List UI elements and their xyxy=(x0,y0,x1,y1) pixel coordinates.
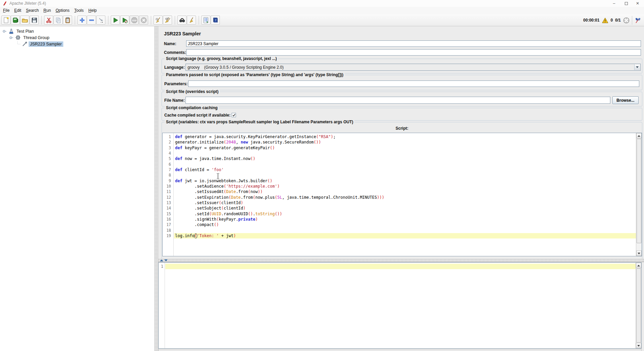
menu-search[interactable]: Search xyxy=(24,7,41,13)
file-name-input[interactable] xyxy=(185,97,610,104)
tree-item-thread-group[interactable]: Thread Group xyxy=(9,34,51,41)
function-helper-button[interactable] xyxy=(201,15,210,25)
scrollbar-thumb[interactable] xyxy=(637,139,641,243)
code-line-17[interactable]: .compact() xyxy=(174,222,636,227)
line-number: 11 xyxy=(163,189,173,194)
code-line-6[interactable] xyxy=(174,162,636,167)
code-line-12[interactable]: .setExpiration(Date.from(now.plus(5L, ja… xyxy=(174,195,636,200)
tree-item-label[interactable]: Test Plan xyxy=(15,29,35,34)
clear-all-button[interactable] xyxy=(163,15,172,25)
remove-button[interactable] xyxy=(87,15,96,25)
plus-icon xyxy=(79,17,86,24)
menu-run[interactable]: Run xyxy=(41,7,53,13)
script-language-group-title: Script language (e.g. groovy, beanshell,… xyxy=(165,56,278,61)
copy-button[interactable] xyxy=(54,15,63,25)
code-line-4[interactable] xyxy=(174,151,636,156)
code-line-10[interactable]: .setAudience('https://example.com') xyxy=(174,184,636,189)
file-name-label: File Name: xyxy=(164,98,185,103)
language-dropdown-value: groovy (Groovy 3.0.5 / Groovy Scripting … xyxy=(186,65,283,70)
tree-item-label[interactable]: JSR223 Sampler xyxy=(29,41,63,47)
code-line-1[interactable] xyxy=(165,264,636,269)
menu-options[interactable]: Options xyxy=(53,7,72,13)
code-line-7[interactable]: def clientId = 'foo' xyxy=(174,167,636,172)
tree-item-jsr223-sampler[interactable]: JSR223 Sampler xyxy=(16,41,63,47)
output-horizontal-scrollbar[interactable] xyxy=(158,349,642,351)
toolbar-separator xyxy=(75,16,75,25)
maximize-button[interactable] xyxy=(620,0,632,7)
code-line-9[interactable]: def jwt = io.jsonwebtoken.Jwts.builder() xyxy=(174,178,636,184)
scroll-up-button[interactable] xyxy=(636,133,642,138)
jmeter-window: Apache JMeter (5.4) – ✕ FileEditSearchRu… xyxy=(0,0,644,351)
script-vertical-scrollbar[interactable] xyxy=(636,133,642,256)
code-line-5[interactable]: def now = java.time.Instant.now() xyxy=(174,156,636,161)
search-button[interactable] xyxy=(177,15,187,25)
cache-checkbox[interactable] xyxy=(232,113,236,117)
code-line-18[interactable] xyxy=(174,228,636,233)
cut-button[interactable] xyxy=(44,15,53,25)
code-line-14[interactable]: .setSubject(clientId) xyxy=(174,205,636,211)
code-line-2[interactable]: generator.initialize(2048, new java.secu… xyxy=(174,139,636,145)
close-button[interactable]: ✕ xyxy=(632,0,643,7)
output-code-area[interactable] xyxy=(165,263,636,348)
line-number: 9 xyxy=(163,178,173,184)
menu-edit[interactable]: Edit xyxy=(12,7,24,13)
code-line-1[interactable]: def generator = java.security.KeyPairGen… xyxy=(174,134,636,139)
templates-button[interactable] xyxy=(11,15,20,25)
scroll-down-button[interactable] xyxy=(636,343,641,348)
code-line-8[interactable] xyxy=(174,172,636,178)
output-vertical-scrollbar[interactable] xyxy=(636,263,641,348)
scroll-up-button[interactable] xyxy=(636,263,641,268)
tree-item-test-plan[interactable]: Test Plan xyxy=(2,28,35,34)
clear-button[interactable] xyxy=(154,15,163,25)
script-code-area[interactable]: def generator = java.security.KeyPairGen… xyxy=(174,133,636,256)
code-line-16[interactable]: .signWith(keyPayr.private) xyxy=(174,217,636,222)
menu-help[interactable]: Help xyxy=(86,7,99,13)
help-button[interactable]: ? xyxy=(211,15,220,25)
name-input[interactable] xyxy=(186,40,641,47)
output-editor[interactable]: 1 xyxy=(158,262,642,349)
warning-icon[interactable]: ! xyxy=(602,18,608,23)
toolbar-separator xyxy=(151,16,151,25)
code-line-15[interactable]: .setId(UUID.randomUUID().toString()) xyxy=(174,211,636,217)
language-dropdown-arrow[interactable] xyxy=(634,64,640,70)
code-line-19[interactable]: log.info('Token: ' + jwt) xyxy=(174,233,636,238)
toggle-button[interactable] xyxy=(96,15,105,25)
browse-button[interactable]: Browse... xyxy=(612,96,639,104)
tree-expand-handle[interactable] xyxy=(9,35,14,40)
language-dropdown[interactable]: groovy (Groovy 3.0.5 / Groovy Scripting … xyxy=(185,64,641,71)
start-button[interactable] xyxy=(111,15,120,25)
shutdown-button[interactable] xyxy=(139,15,148,25)
menu-file[interactable]: File xyxy=(1,7,12,13)
sampler-panel: JSR223 Sampler Name: Comments: Script la… xyxy=(158,26,644,351)
collapse-down-icon[interactable] xyxy=(164,259,168,261)
help-book-icon: ? xyxy=(212,17,219,24)
menu-tools[interactable]: Tools xyxy=(72,7,86,13)
stop-icon: STOP xyxy=(131,17,138,24)
line-number-gutter: 12345678910111213141516171819 xyxy=(163,133,174,256)
start-no-timers-button[interactable] xyxy=(120,15,129,25)
script-editor[interactable]: 12345678910111213141516171819 def genera… xyxy=(162,133,642,256)
save-button[interactable] xyxy=(30,15,39,25)
parameters-input[interactable] xyxy=(188,81,639,87)
reset-search-button[interactable] xyxy=(187,15,196,25)
stop-button[interactable]: STOP xyxy=(130,15,139,25)
comments-input[interactable] xyxy=(186,49,641,56)
open-file-button[interactable] xyxy=(20,15,29,25)
code-line-3[interactable]: def keyPayr = generator.generateKeyPair(… xyxy=(174,145,636,151)
add-button[interactable] xyxy=(77,15,87,25)
page-title: JSR223 Sampler xyxy=(164,31,201,36)
tree-main-splitter[interactable] xyxy=(154,26,158,351)
tree-expand-handle[interactable] xyxy=(2,29,7,34)
scrollbar-thumb[interactable] xyxy=(636,268,641,343)
chevron-down-icon xyxy=(636,66,639,68)
line-number: 4 xyxy=(163,151,173,156)
scroll-down-button[interactable] xyxy=(636,251,642,256)
collapse-up-icon[interactable] xyxy=(160,259,163,261)
tree-item-label[interactable]: Thread Group xyxy=(22,35,51,40)
new-file-button[interactable] xyxy=(1,15,10,25)
paste-button[interactable] xyxy=(63,15,72,25)
editor-output-splitter[interactable] xyxy=(158,259,644,262)
code-line-13[interactable]: .setIssuer(clientId) xyxy=(174,200,636,205)
minimize-button[interactable]: – xyxy=(608,0,620,7)
code-line-11[interactable]: .setIssuedAt(Date.from(now)) xyxy=(174,189,636,194)
